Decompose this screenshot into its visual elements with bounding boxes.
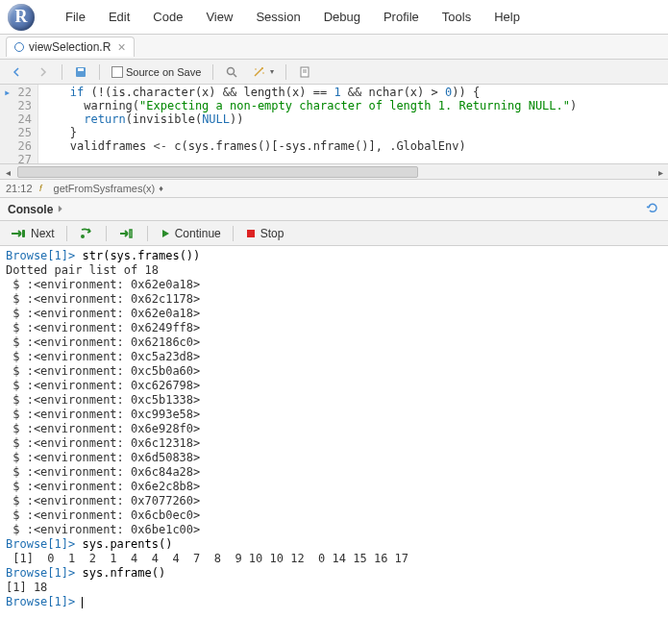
fn-name: getFromSysframes(x) (54, 183, 156, 194)
editor-toolbar: Source on Save ▾ (0, 60, 668, 85)
find-button[interactable] (221, 63, 242, 81)
svg-line-3 (234, 74, 236, 77)
forward-button[interactable] (33, 63, 54, 81)
report-button[interactable] (294, 63, 315, 81)
menu-help[interactable]: Help (484, 6, 530, 28)
svg-point-5 (261, 67, 263, 69)
continue-button[interactable]: Continue (156, 225, 225, 242)
step-into-icon (79, 227, 94, 240)
separator (99, 64, 100, 80)
svg-point-2 (228, 67, 235, 74)
scroll-thumb[interactable] (17, 166, 418, 178)
menu-view[interactable]: View (196, 6, 242, 28)
svg-point-13 (81, 235, 85, 238)
wand-icon (252, 65, 267, 79)
play-icon (160, 228, 171, 239)
menu-tools[interactable]: Tools (433, 6, 481, 28)
tab-viewselection[interactable]: viewSelection.R × (6, 37, 135, 57)
magnifier-icon (225, 65, 238, 79)
scroll-right-icon[interactable]: ▸ (653, 164, 668, 180)
svg-rect-12 (22, 230, 25, 237)
tab-bar: viewSelection.R × (0, 35, 668, 60)
code-area[interactable]: if (!(is.character(x) && length(x) == 1 … (38, 85, 668, 163)
gutter: ▸ 222324252627 (0, 85, 38, 163)
fn-icon: f (38, 183, 50, 194)
step-out-button[interactable] (114, 225, 139, 242)
stop-icon (245, 228, 257, 239)
wand-button[interactable]: ▾ (248, 63, 278, 81)
stop-label: Stop (260, 227, 285, 240)
arrow-left-icon (10, 65, 23, 79)
svg-rect-1 (78, 68, 84, 71)
separator (233, 226, 234, 241)
menu-edit[interactable]: Edit (99, 6, 139, 28)
checkbox-icon (111, 66, 123, 78)
back-button[interactable] (6, 63, 27, 81)
console-title: Console (8, 203, 53, 216)
step-out-icon (118, 227, 136, 240)
document-icon (298, 65, 311, 79)
source-on-save-toggle[interactable]: Source on Save (108, 64, 205, 80)
menu-debug[interactable]: Debug (314, 6, 370, 28)
svg-text:f: f (39, 184, 43, 193)
console-body[interactable]: Browse[1]> str(sys.frames())Dotted pair … (0, 246, 668, 612)
separator (62, 64, 62, 80)
step-into-button[interactable] (75, 225, 98, 242)
separator (147, 226, 148, 241)
step-next-icon (10, 227, 27, 240)
r-logo: R (8, 4, 35, 31)
console-header: Console 🞂 (0, 198, 668, 221)
console-toolbar: Next Continue Stop (0, 221, 668, 246)
svg-rect-14 (130, 230, 132, 237)
tab-label: viewSelection.R (29, 40, 111, 54)
next-label: Next (31, 227, 55, 240)
source-on-save-label: Source on Save (126, 66, 201, 78)
editor-statusbar: 21:12 f getFromSysframes(x) ♦ (0, 179, 668, 198)
editor-h-scroll[interactable]: ◂ ▸ (0, 163, 668, 179)
svg-point-7 (262, 72, 264, 74)
cursor-position: 21:12 (6, 183, 33, 194)
scroll-left-icon[interactable]: ◂ (0, 164, 15, 180)
separator (106, 226, 107, 241)
menu-profile[interactable]: Profile (374, 6, 429, 28)
stop-button[interactable]: Stop (241, 225, 288, 242)
editor-area[interactable]: ▸ 222324252627 if (!(is.character(x) && … (0, 85, 668, 163)
separator (66, 226, 67, 241)
arrow-right-icon (37, 65, 50, 79)
svg-rect-15 (247, 230, 255, 237)
separator (285, 64, 286, 80)
close-icon[interactable]: × (117, 40, 125, 54)
next-button[interactable]: Next (6, 225, 59, 242)
console-refresh-icon[interactable] (645, 200, 660, 218)
menubar: R File Edit Code View Session Debug Prof… (0, 0, 668, 35)
svg-point-6 (255, 68, 257, 70)
menu-code[interactable]: Code (143, 6, 192, 28)
menu-file[interactable]: File (56, 6, 95, 28)
menu-session[interactable]: Session (246, 6, 309, 28)
function-nav[interactable]: f getFromSysframes(x) ♦ (38, 183, 163, 194)
r-file-icon (14, 42, 24, 52)
floppy-icon (74, 65, 87, 79)
continue-label: Continue (175, 227, 221, 240)
save-button[interactable] (70, 63, 91, 81)
separator (212, 64, 213, 80)
